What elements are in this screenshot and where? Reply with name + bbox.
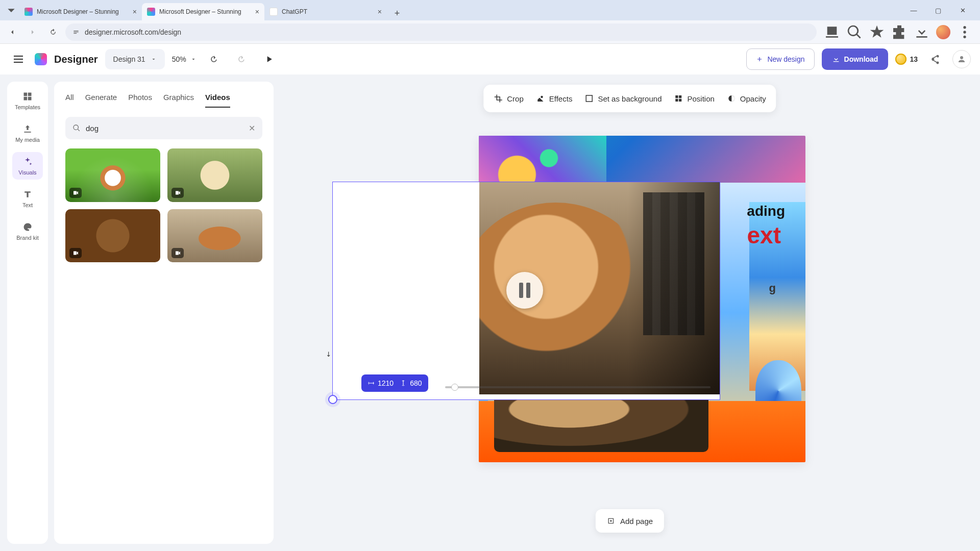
minimize-icon[interactable]: — bbox=[906, 7, 921, 14]
side-tab-photos[interactable]: Photos bbox=[128, 93, 152, 108]
forward-button bbox=[24, 24, 41, 40]
rail-brandkit[interactable]: Brand kit bbox=[12, 217, 43, 245]
svg-point-1 bbox=[963, 31, 966, 33]
rail-text[interactable]: Text bbox=[12, 185, 43, 212]
position-button[interactable]: Position bbox=[674, 94, 714, 103]
favicon-icon bbox=[147, 8, 155, 16]
zoom-icon[interactable] bbox=[846, 24, 863, 40]
rail-label: Brand kit bbox=[12, 235, 43, 241]
video-thumb-1[interactable] bbox=[167, 148, 262, 202]
credits-value: 13 bbox=[910, 55, 918, 63]
plus-square-icon bbox=[607, 517, 615, 525]
video-badge-icon bbox=[172, 188, 184, 198]
side-tab-videos[interactable]: Videos bbox=[205, 93, 230, 108]
svg-point-2 bbox=[963, 35, 966, 38]
video-thumb-2[interactable] bbox=[65, 209, 160, 263]
video-thumb-3[interactable] bbox=[167, 209, 262, 263]
heading-text-partial: ading bbox=[747, 203, 785, 219]
bookmark-icon[interactable] bbox=[869, 24, 885, 40]
rail-mymedia[interactable]: My media bbox=[12, 119, 43, 147]
app-name: Designer bbox=[54, 54, 98, 65]
search-input[interactable] bbox=[86, 124, 243, 133]
zoom-selector[interactable]: 50% bbox=[172, 55, 197, 63]
favicon-icon bbox=[270, 8, 278, 16]
browser-tab-2[interactable]: ChatGPT × bbox=[264, 3, 387, 20]
dimension-badge: 1210 680 bbox=[361, 374, 428, 392]
share-icon[interactable] bbox=[925, 49, 945, 69]
video-timeline[interactable] bbox=[445, 386, 710, 388]
set-background-button[interactable]: Set as background bbox=[584, 94, 662, 103]
zoom-value: 50% bbox=[172, 55, 186, 63]
tab-search-icon[interactable] bbox=[3, 0, 19, 20]
tab-title: ChatGPT bbox=[282, 8, 307, 15]
download-button[interactable]: Download bbox=[822, 48, 889, 70]
undo-button[interactable] bbox=[204, 49, 224, 69]
back-button[interactable] bbox=[4, 24, 20, 40]
play-button[interactable] bbox=[259, 49, 279, 69]
download-label: Download bbox=[844, 55, 878, 63]
designer-logo-icon bbox=[35, 53, 47, 65]
profile-avatar[interactable] bbox=[936, 25, 950, 39]
credits-badge[interactable]: 13 bbox=[895, 54, 918, 65]
context-toolbar: Crop Effects Set as background Position … bbox=[483, 85, 776, 112]
side-tab-graphics[interactable]: Graphics bbox=[163, 93, 194, 108]
tab-title: Microsoft Designer – Stunning bbox=[159, 8, 241, 15]
upload-icon bbox=[12, 123, 43, 135]
opacity-button[interactable]: Opacity bbox=[727, 94, 766, 103]
add-page-button[interactable]: Add page bbox=[596, 509, 664, 533]
sel-height: 680 bbox=[410, 379, 422, 387]
resize-handle-bl[interactable] bbox=[328, 395, 337, 404]
extensions-icon[interactable] bbox=[891, 24, 908, 40]
svg-point-0 bbox=[963, 26, 966, 29]
palette-icon bbox=[12, 221, 43, 233]
video-badge-icon bbox=[172, 248, 184, 258]
chevron-down-icon bbox=[151, 56, 157, 62]
crop-button[interactable]: Crop bbox=[494, 94, 524, 103]
site-info-icon bbox=[72, 29, 80, 36]
downloads-icon[interactable] bbox=[914, 24, 930, 40]
url-text: designer.microsoft.com/design bbox=[85, 28, 181, 36]
sel-width: 1210 bbox=[378, 379, 394, 387]
rail-visuals[interactable]: Visuals bbox=[12, 152, 43, 180]
project-selector[interactable]: Design 31 bbox=[105, 49, 165, 69]
timeline-knob[interactable] bbox=[451, 384, 458, 391]
search-input-wrapper[interactable]: ✕ bbox=[65, 117, 262, 139]
new-tab-button[interactable]: + bbox=[390, 6, 404, 20]
side-tab-generate[interactable]: Generate bbox=[85, 93, 117, 108]
video-thumb-0[interactable] bbox=[65, 148, 160, 202]
selected-video-element[interactable] bbox=[332, 182, 720, 400]
maximize-icon[interactable]: ▢ bbox=[931, 7, 945, 14]
close-icon[interactable]: × bbox=[378, 8, 382, 16]
browser-tab-0[interactable]: Microsoft Designer – Stunning × bbox=[19, 3, 142, 20]
rail-label: Text bbox=[12, 202, 43, 208]
search-icon bbox=[72, 124, 81, 132]
rail-label: My media bbox=[12, 137, 43, 143]
rail-label: Visuals bbox=[12, 169, 43, 176]
plus-icon bbox=[756, 56, 763, 63]
window-bars-graphic bbox=[643, 192, 704, 335]
reload-button[interactable] bbox=[45, 24, 61, 40]
clear-search-icon[interactable]: ✕ bbox=[249, 123, 255, 133]
effects-button[interactable]: Effects bbox=[536, 94, 573, 103]
subtext-partial: ext bbox=[747, 221, 781, 249]
new-design-button[interactable]: New design bbox=[746, 48, 814, 70]
close-icon[interactable]: × bbox=[133, 8, 137, 16]
url-input[interactable]: designer.microsoft.com/design bbox=[65, 23, 817, 41]
install-app-icon[interactable] bbox=[824, 24, 840, 40]
redo-button bbox=[231, 49, 252, 69]
close-icon[interactable]: × bbox=[255, 8, 259, 16]
new-design-label: New design bbox=[767, 55, 804, 63]
bodytext-partial: g bbox=[769, 282, 776, 295]
favicon-icon bbox=[24, 8, 33, 16]
close-window-icon[interactable]: ✕ bbox=[955, 7, 970, 14]
download-icon bbox=[832, 55, 840, 63]
pause-button[interactable] bbox=[506, 272, 543, 309]
side-tab-all[interactable]: All bbox=[65, 93, 74, 108]
chevron-down-icon bbox=[190, 56, 197, 62]
tab-title: Microsoft Designer – Stunning bbox=[37, 8, 119, 15]
rail-templates[interactable]: Templates bbox=[12, 87, 43, 114]
browser-tab-1[interactable]: Microsoft Designer – Stunning × bbox=[142, 3, 264, 20]
account-button[interactable] bbox=[952, 50, 971, 68]
kebab-menu-icon[interactable] bbox=[957, 24, 973, 40]
menu-button[interactable] bbox=[9, 50, 28, 68]
